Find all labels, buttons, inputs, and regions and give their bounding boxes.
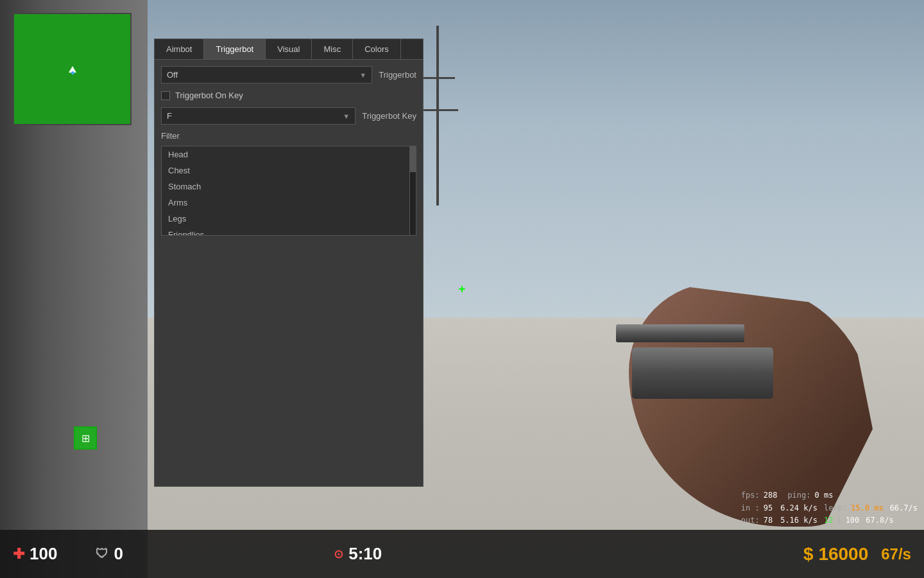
triggerbot-key-value: F [167, 111, 172, 121]
filter-item-legs[interactable]: Legs [162, 211, 416, 227]
triggerbot-dropdown-row: Off ▼ Triggerbot [161, 66, 416, 83]
filter-list-inner: Head Chest Stomach Arms Legs Friendlies [162, 146, 416, 236]
minimap [13, 13, 132, 125]
menu-bottom-area [161, 236, 416, 480]
triggerbot-key-dropdown[interactable]: F ▼ [161, 107, 355, 125]
filter-item-stomach[interactable]: Stomach [162, 179, 416, 195]
tab-aimbot[interactable]: Aimbot [155, 39, 204, 59]
stat-row-out: out: 78 5.16 k/s 12 | 100 67.8/s [741, 514, 918, 527]
out-label: out: [741, 514, 760, 527]
filter-section-label: Filter [161, 130, 416, 142]
rate2: 67.8/s [866, 514, 893, 527]
stat-row-in: in : 95 6.24 k/s lerp: 15.0 ms 66.7/s [741, 502, 918, 514]
menu-panel: Aimbot Triggerbot Visual Misc Colors Off… [154, 39, 424, 487]
filter-item-chest[interactable]: Chest [162, 162, 416, 179]
hud-health: ✚ 100 [13, 544, 57, 564]
gun-area [552, 238, 873, 527]
triggerbot-dropdown-value: Off [167, 70, 178, 80]
triggerbot-on-key-label: Triggerbot On Key [175, 91, 243, 100]
bottom-hud: ✚ 100 🛡 0 ⊙ 5:10 $ 16000 67/s [0, 530, 924, 578]
crosshair: + [459, 283, 466, 296]
hud-armor: 🛡 0 [96, 544, 123, 564]
fps-value: 288 [764, 489, 778, 502]
rate1: 66.7/s [890, 502, 918, 514]
armor-icon: 🛡 [96, 547, 108, 561]
triggerbot-on-key-checkbox[interactable] [161, 91, 170, 100]
minimap-dot [71, 71, 74, 74]
dropdown-arrow-icon: ▼ [359, 71, 366, 79]
health-icon: ✚ [13, 546, 24, 563]
in-label: in : [741, 502, 760, 514]
menu-content: Off ▼ Triggerbot Triggerbot On Key F ▼ T… [155, 60, 423, 486]
gun-barrel [616, 324, 744, 342]
triggerbot-on-key-row: Triggerbot On Key [161, 89, 416, 102]
tab-bar: Aimbot Triggerbot Visual Misc Colors [155, 39, 423, 60]
tab-visual[interactable]: Visual [266, 39, 312, 59]
tab-colors[interactable]: Colors [353, 39, 401, 59]
lerp-value: 15.0 ms [851, 502, 884, 514]
ammo2: 100 [846, 514, 860, 527]
hud-ammo: 67/s [881, 545, 911, 563]
health-value: 100 [30, 544, 57, 564]
player-icon [74, 426, 97, 450]
triggerbot-dropdown-label: Triggerbot [379, 70, 416, 80]
ammo1: 12 [824, 514, 833, 527]
gun-body [632, 347, 773, 399]
hud-timer: ⊙ 5:10 [334, 544, 382, 564]
filter-item-arms[interactable]: Arms [162, 195, 416, 211]
timer-value: 5:10 [348, 544, 382, 564]
filter-list-scrollbar[interactable] [409, 146, 416, 235]
tab-misc[interactable]: Misc [312, 39, 353, 59]
in-value: 95 [764, 502, 773, 514]
filter-list[interactable]: Head Chest Stomach Arms Legs Friendlies [161, 146, 416, 236]
ping-label: ping: [787, 489, 810, 502]
in-rate: 6.24 k/s [780, 502, 817, 514]
filter-item-friendlies[interactable]: Friendlies [162, 227, 416, 236]
stat-row-fps: fps: 288 ping: 0 ms [741, 489, 918, 502]
tab-triggerbot[interactable]: Triggerbot [204, 39, 266, 59]
triggerbot-dropdown[interactable]: Off ▼ [161, 66, 372, 83]
antenna-cross-1 [420, 77, 455, 79]
triggerbot-key-label: Triggerbot Key [362, 111, 416, 121]
armor-value: 0 [114, 544, 123, 564]
key-dropdown-arrow-icon: ▼ [343, 112, 350, 120]
antenna [436, 26, 439, 206]
stats-overlay: fps: 288 ping: 0 ms in : 95 6.24 k/s ler… [741, 489, 918, 527]
out-value: 78 [764, 514, 773, 527]
ping-value: 0 ms [815, 489, 834, 502]
filter-list-scrollbar-thumb [410, 146, 416, 172]
triggerbot-key-dropdown-row: F ▼ Triggerbot Key [161, 107, 416, 125]
filter-item-head[interactable]: Head [162, 146, 416, 162]
timer-icon: ⊙ [334, 547, 343, 561]
fps-label: fps: [741, 489, 760, 502]
minimap-content [14, 14, 130, 124]
out-rate: 5.16 k/s [780, 514, 817, 527]
ammo-sep: | [837, 514, 841, 527]
lerp-label: lerp: [824, 502, 847, 514]
hud-money: $ 16000 [803, 544, 868, 565]
